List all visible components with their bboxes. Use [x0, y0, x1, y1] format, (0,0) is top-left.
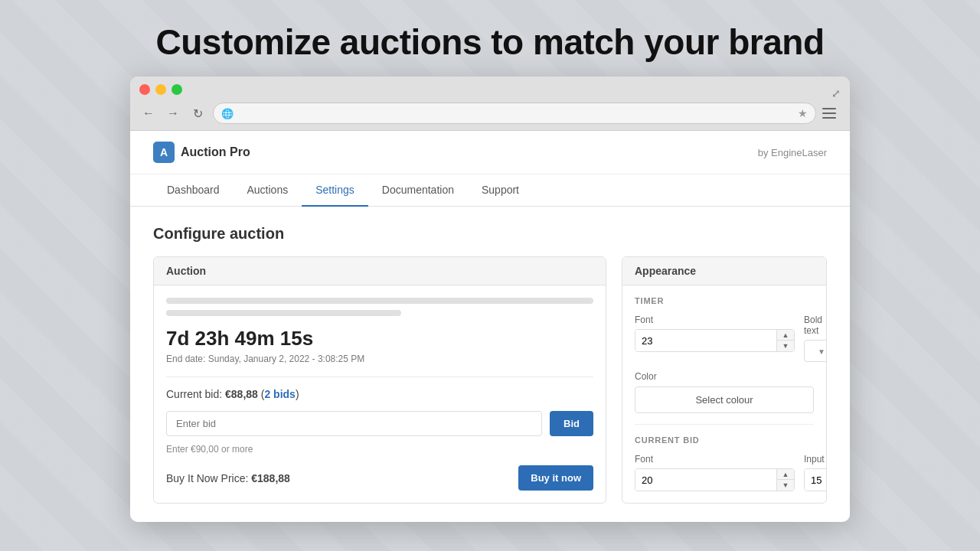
page-title: Configure auction [153, 225, 827, 243]
timer-field-row: Font ▲ ▼ [635, 315, 814, 362]
appearance-panel: Appearance TIMER Font ▲ [622, 256, 827, 504]
skeleton-line-1 [166, 298, 593, 304]
tab-documentation[interactable]: Documentation [368, 174, 468, 207]
timer-font-down[interactable]: ▼ [777, 341, 794, 351]
auction-panel-header: Auction [154, 257, 606, 285]
input-size-label: Input size [804, 454, 827, 465]
tab-auctions[interactable]: Auctions [234, 174, 302, 207]
auction-timer: 7d 23h 49m 15s [166, 327, 593, 350]
timer-bold-label: Bold text [804, 315, 827, 336]
auction-panel-body: 7d 23h 49m 15s End date: Sunday, January… [154, 285, 606, 503]
buy-now-row: Buy It Now Price: €188,88 Buy it now [166, 465, 593, 491]
bid-row: Bid [166, 411, 593, 436]
current-bid-input-row: Font ▲ ▼ [635, 454, 814, 491]
cb-font-down[interactable]: ▼ [777, 480, 794, 491]
cb-font-label: Font [635, 454, 795, 465]
tab-settings[interactable]: Settings [302, 174, 368, 207]
input-size-wrap: ▲ ▼ [804, 468, 827, 491]
timer-bold-group: Bold text Yes No ▼ [804, 315, 827, 362]
app-name: Auction Pro [181, 145, 250, 159]
buy-now-price-value: €188,88 [251, 472, 290, 484]
divider [166, 377, 593, 377]
back-button[interactable]: ← [139, 104, 158, 122]
main-content: Configure auction Auction 7d 23h 49m 15s… [130, 207, 850, 522]
maximize-button[interactable] [172, 84, 182, 95]
address-bar[interactable]: 🌐 ★ [213, 103, 816, 124]
appearance-header: Appearance [622, 257, 826, 285]
select-colour-button[interactable]: Select colour [635, 386, 814, 413]
timer-font-stepper: ▲ ▼ [776, 330, 794, 351]
cb-font-input[interactable] [635, 469, 776, 491]
timer-font-up[interactable]: ▲ [777, 330, 794, 341]
tab-support[interactable]: Support [468, 174, 533, 207]
app-header: A Auction Pro by EngineLaser [130, 131, 850, 174]
browser-chrome: ⤢ ← → ↻ 🌐 ★ [130, 77, 850, 131]
bid-count: 2 bids [264, 388, 295, 400]
app-logo: A Auction Pro [153, 142, 250, 163]
app-by: by EngineLaser [758, 147, 827, 158]
cb-font-stepper: ▲ ▼ [776, 469, 794, 491]
bid-hint: Enter €90,00 or more [166, 444, 593, 455]
minimize-button[interactable] [155, 84, 166, 95]
skeleton-line-2 [166, 310, 401, 316]
app-content: A Auction Pro by EngineLaser Dashboard A… [130, 131, 850, 522]
input-size-group: Input size ▲ ▼ [804, 454, 827, 491]
auction-end-date: End date: Sunday, January 2, 2022 - 3:08… [166, 354, 593, 364]
globe-icon: 🌐 [221, 108, 234, 119]
timer-font-group: Font ▲ ▼ [635, 315, 795, 362]
current-bid-label: Current bid: [166, 388, 222, 400]
bookmark-icon: ★ [798, 107, 808, 119]
section-divider [635, 424, 814, 425]
logo-icon: A [153, 142, 175, 163]
cb-font-group: Font ▲ ▼ [635, 454, 795, 491]
color-label: Color [635, 371, 814, 382]
cb-font-input-wrap: ▲ ▼ [635, 468, 795, 491]
buy-now-label: Buy It Now Price: €188,88 [166, 472, 290, 484]
bid-input[interactable] [166, 411, 542, 436]
traffic-lights [139, 84, 182, 95]
timer-font-input-wrap: ▲ ▼ [635, 329, 795, 352]
browser-toolbar: ← → ↻ 🌐 ★ [139, 103, 841, 130]
tab-dashboard[interactable]: Dashboard [153, 174, 234, 207]
timer-bold-select[interactable]: Yes No [804, 340, 827, 362]
cb-font-up[interactable]: ▲ [777, 469, 794, 480]
current-bid-row: Current bid: €88,88 (2 bids) [166, 388, 593, 400]
current-bid-section-label: CURRENT BID [635, 435, 814, 445]
timer-font-label: Font [635, 315, 795, 325]
close-button[interactable] [139, 84, 150, 95]
timer-font-input[interactable] [635, 330, 776, 351]
reload-button[interactable]: ↻ [188, 104, 207, 122]
timer-bold-select-wrap: Yes No ▼ [804, 340, 827, 362]
bid-button[interactable]: Bid [550, 411, 593, 436]
expand-icon[interactable]: ⤢ [831, 87, 841, 99]
color-section: Color Select colour [635, 371, 814, 413]
page-heading: Customize auctions to match your brand [0, 0, 980, 77]
appearance-body: TIMER Font ▲ ▼ [622, 285, 826, 502]
timer-section-label: TIMER [635, 296, 814, 305]
auction-panel: Auction 7d 23h 49m 15s End date: Sunday,… [153, 256, 606, 504]
nav-tabs: Dashboard Auctions Settings Documentatio… [130, 174, 850, 207]
browser-window: ⤢ ← → ↻ 🌐 ★ A Auction Pro by EngineLaser [130, 77, 850, 522]
menu-button[interactable] [822, 104, 841, 122]
bid-amount-value: €88,88 [225, 388, 258, 400]
input-size-input[interactable] [805, 469, 827, 491]
forward-button[interactable]: → [164, 104, 182, 122]
buy-now-button[interactable]: Buy it now [518, 465, 593, 491]
